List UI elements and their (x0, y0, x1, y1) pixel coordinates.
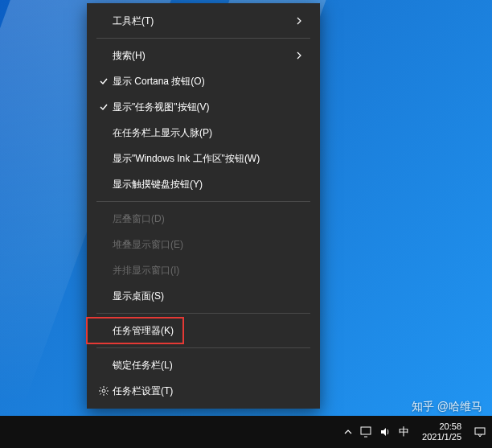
menu-item-show-people[interactable]: 在任务栏上显示人脉(P) (87, 120, 320, 146)
menu-item-label: 搜索(H) (113, 49, 296, 63)
ime-indicator[interactable]: 中 (399, 425, 409, 439)
taskbar: 中 20:58 2021/1/25 (0, 416, 492, 448)
menu-item-label: 在任务栏上显示人脉(P) (113, 126, 309, 140)
menu-item-label: 显示触摸键盘按钮(Y) (113, 178, 309, 191)
menu-item-label: 显示 Cortana 按钮(O) (113, 75, 309, 88)
menu-item-show-touchkb[interactable]: 显示触摸键盘按钮(Y) (87, 171, 320, 197)
chevron-right-icon (296, 17, 309, 25)
tray-clock[interactable]: 20:58 2021/1/25 (422, 421, 461, 442)
menu-item-label: 显示桌面(S) (113, 290, 309, 303)
menu-item-lock-taskbar[interactable]: 锁定任务栏(L) (87, 352, 320, 378)
menu-item-sidebyside: 并排显示窗口(I) (87, 257, 320, 283)
svg-rect-2 (475, 428, 485, 434)
check-icon (95, 76, 113, 86)
menu-item-label: 并排显示窗口(I) (113, 264, 309, 277)
menu-separator (96, 347, 310, 348)
tray-overflow-chevron[interactable] (344, 428, 352, 436)
menu-item-show-cortana[interactable]: 显示 Cortana 按钮(O) (87, 68, 320, 94)
menu-item-toolbars[interactable]: 工具栏(T) (87, 8, 320, 34)
menu-item-show-ink[interactable]: 显示"Windows Ink 工作区"按钮(W) (87, 146, 320, 171)
menu-separator (96, 313, 310, 314)
menu-item-label: 任务栏设置(T) (113, 384, 309, 398)
taskbar-context-menu: 工具栏(T)搜索(H)显示 Cortana 按钮(O)显示"任务视图"按钮(V)… (87, 3, 320, 409)
menu-item-label: 任务管理器(K) (113, 324, 309, 338)
svg-rect-1 (361, 427, 371, 434)
volume-icon[interactable] (379, 426, 391, 438)
menu-item-search[interactable]: 搜索(H) (87, 43, 320, 68)
menu-item-label: 显示"Windows Ink 工作区"按钮(W) (113, 152, 309, 166)
menu-separator (96, 201, 310, 202)
tray-date: 2021/1/25 (422, 432, 461, 442)
tray-time: 20:58 (422, 421, 461, 432)
menu-separator (96, 38, 310, 39)
menu-item-label: 层叠窗口(D) (113, 212, 309, 226)
svg-point-0 (102, 389, 105, 393)
menu-item-label: 工具栏(T) (113, 14, 296, 28)
menu-item-label: 显示"任务视图"按钮(V) (113, 101, 309, 114)
system-tray: 中 20:58 2021/1/25 (344, 421, 486, 442)
check-icon (95, 102, 113, 112)
menu-item-cascade: 层叠窗口(D) (87, 206, 320, 232)
menu-item-show-taskview[interactable]: 显示"任务视图"按钮(V) (87, 94, 320, 120)
chevron-right-icon (296, 51, 309, 60)
watermark-text: 知乎 @哈维马 (412, 400, 482, 414)
menu-item-taskbar-settings[interactable]: 任务栏设置(T) (87, 378, 320, 404)
gear-icon (95, 385, 113, 397)
menu-item-label: 锁定任务栏(L) (113, 359, 309, 372)
menu-item-label: 堆叠显示窗口(E) (113, 238, 309, 252)
network-icon[interactable] (360, 426, 371, 438)
menu-item-task-manager[interactable]: 任务管理器(K) (87, 318, 320, 343)
menu-item-show-desktop[interactable]: 显示桌面(S) (87, 283, 320, 309)
menu-item-stack: 堆叠显示窗口(E) (87, 232, 320, 257)
action-center-icon[interactable] (474, 426, 486, 438)
